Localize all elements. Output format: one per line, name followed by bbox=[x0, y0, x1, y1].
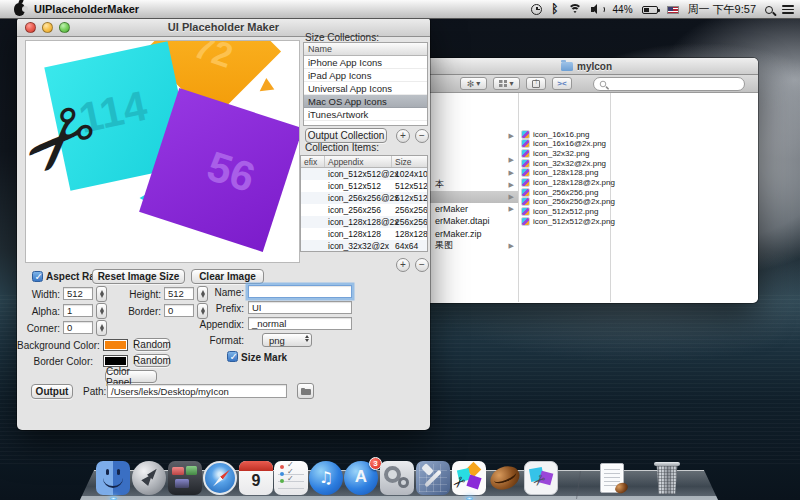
finder-file-row[interactable]: icon_128x128@2x.png bbox=[521, 178, 609, 188]
close-button[interactable] bbox=[25, 22, 36, 33]
size-mark-checkbox[interactable] bbox=[227, 351, 238, 362]
dock-screenshot-tool-icon[interactable]: ✂ bbox=[524, 461, 558, 495]
dock-calendar-icon[interactable]: 9 bbox=[239, 461, 273, 495]
finder-file-row[interactable]: icon_256x256@2x.png bbox=[521, 197, 609, 207]
prefix-field[interactable]: UI bbox=[248, 301, 352, 314]
corner-field[interactable]: 0 bbox=[63, 321, 93, 334]
size-collection-row[interactable]: Universal App Icons bbox=[304, 82, 427, 95]
finder-file-row[interactable]: icon_32x32@2x.png bbox=[521, 158, 609, 168]
finder-sidebar-row[interactable]: ▶ bbox=[415, 130, 518, 142]
battery-icon[interactable] bbox=[642, 0, 658, 19]
collection-item-row[interactable]: icon_512x512512x512 bbox=[301, 180, 427, 192]
notification-center-icon[interactable] bbox=[782, 0, 794, 19]
appendix-column-header[interactable]: Appendix bbox=[325, 156, 392, 167]
finder-titlebar[interactable]: myIcon bbox=[415, 58, 758, 75]
dock-xcode-icon[interactable] bbox=[416, 461, 450, 495]
collection-item-row[interactable]: icon_512x512@2x1024x1024 bbox=[301, 168, 427, 180]
finder-sidebar-row[interactable] bbox=[415, 142, 518, 154]
collection-items-table[interactable]: efix Appendix Size icon_512x512@2x1024x1… bbox=[300, 155, 428, 252]
app-window[interactable]: UI Placeholder Maker 72 114 56 ✂ Size Co… bbox=[17, 17, 430, 430]
dock-system-preferences-icon[interactable] bbox=[380, 461, 414, 495]
name-field[interactable] bbox=[248, 285, 352, 298]
name-column-header[interactable]: Name bbox=[304, 43, 427, 56]
apple-menu-icon[interactable] bbox=[14, 3, 25, 16]
size-collection-row[interactable]: iPad App Icons bbox=[304, 69, 427, 82]
finder-file-row[interactable]: icon_16x16@2x.png bbox=[521, 139, 609, 149]
add-item-button[interactable]: + bbox=[396, 258, 410, 272]
prefix-column-header[interactable]: efix bbox=[301, 156, 325, 167]
collection-item-row[interactable]: icon_256x256256x256 bbox=[301, 204, 427, 216]
dock-bean-icon[interactable] bbox=[488, 461, 522, 495]
bluetooth-menu-icon[interactable]: ᛒ bbox=[551, 0, 558, 19]
finder-sidebar-row[interactable]: 果图▶ bbox=[415, 240, 518, 252]
minimize-button[interactable] bbox=[42, 22, 53, 33]
add-collection-button[interactable]: + bbox=[396, 129, 410, 143]
battery-percentage[interactable]: 44% bbox=[613, 0, 633, 19]
dock-app-store-icon[interactable]: A3 bbox=[344, 461, 378, 495]
alpha-stepper[interactable] bbox=[96, 303, 107, 319]
size-column-header[interactable]: Size bbox=[392, 156, 427, 167]
finder-file-row[interactable]: icon_128x128.png bbox=[521, 168, 609, 178]
action-gear-button[interactable]: ✻▾ bbox=[460, 77, 487, 90]
finder-sidebar-row[interactable]: erMaker.zip bbox=[415, 228, 518, 240]
finder-window[interactable]: myIcon ✻▾ ▾ >< ▶▶▶本▶▶erMaker▶erMaker.dta… bbox=[415, 58, 758, 303]
time-machine-menu-icon[interactable] bbox=[531, 0, 542, 19]
output-collection-button[interactable]: Output Collection bbox=[305, 128, 387, 143]
finder-file-row[interactable]: icon_256x256.png bbox=[521, 187, 609, 197]
collection-item-row[interactable]: icon_128x128128x128 bbox=[301, 228, 427, 240]
finder-file-row[interactable]: icon_512x512.png bbox=[521, 207, 609, 217]
wifi-menu-icon[interactable] bbox=[568, 0, 582, 19]
alpha-field[interactable]: 1 bbox=[63, 304, 93, 317]
input-source-flag-icon[interactable] bbox=[667, 0, 679, 19]
size-collection-row[interactable]: iPhone App Icons bbox=[304, 56, 427, 69]
output-button[interactable]: Output bbox=[31, 384, 73, 399]
browse-folder-button[interactable] bbox=[297, 383, 314, 399]
color-panel-button[interactable]: Color Panel bbox=[105, 370, 157, 383]
collection-item-row[interactable]: icon_128x128@2x256x256 bbox=[301, 216, 427, 228]
dock-documents-stack-icon[interactable] bbox=[595, 461, 629, 495]
dock-launchpad-icon[interactable] bbox=[132, 461, 166, 495]
reset-image-size-button[interactable]: Reset Image Size bbox=[92, 269, 185, 284]
active-app-menu[interactable]: UIPlaceholderMaker bbox=[34, 3, 139, 15]
aspect-ratio-checkbox[interactable] bbox=[32, 271, 43, 282]
collection-items-header[interactable]: efix Appendix Size bbox=[301, 156, 427, 168]
collection-item-row[interactable]: icon_256x256@2x512x512 bbox=[301, 192, 427, 204]
spotlight-icon[interactable] bbox=[765, 0, 773, 19]
background-random-button[interactable]: Random bbox=[134, 338, 170, 351]
format-popup[interactable]: png bbox=[262, 333, 312, 347]
remove-collection-button[interactable]: − bbox=[415, 129, 429, 143]
collection-item-row[interactable]: icon_32x32@2x64x64 bbox=[301, 240, 427, 252]
size-collection-row[interactable]: Mac OS App Icons bbox=[304, 95, 427, 108]
finder-file-row[interactable]: icon_16x16.png bbox=[521, 129, 609, 139]
path-field[interactable]: /Users/leks/Desktop/myIcon bbox=[107, 384, 287, 398]
height-stepper[interactable] bbox=[197, 286, 208, 302]
finder-file-row[interactable]: icon_512x512@2x.png bbox=[521, 216, 609, 226]
width-field[interactable]: 512 bbox=[63, 287, 93, 300]
share-button[interactable] bbox=[526, 77, 546, 90]
appendix-field[interactable]: _normal bbox=[248, 317, 352, 330]
finder-sidebar-row[interactable]: ▶ bbox=[415, 167, 518, 179]
dock-finder-icon[interactable] bbox=[96, 461, 130, 495]
image-preview[interactable]: 72 114 56 ✂ bbox=[25, 40, 300, 263]
column-divider[interactable] bbox=[518, 93, 519, 302]
corner-stepper[interactable] bbox=[96, 320, 107, 336]
finder-search-field[interactable] bbox=[593, 77, 745, 91]
border-field[interactable]: 0 bbox=[164, 304, 194, 317]
finder-file-row[interactable]: icon_32x32.png bbox=[521, 148, 609, 158]
clear-image-button[interactable]: Clear Image bbox=[191, 269, 264, 284]
height-field[interactable]: 512 bbox=[164, 287, 194, 300]
view-options-button[interactable]: ▾ bbox=[493, 77, 520, 90]
remove-item-button[interactable]: − bbox=[415, 258, 429, 272]
size-collection-row[interactable]: iTunesArtwork bbox=[304, 108, 427, 121]
finder-sidebar-row[interactable]: ▶ bbox=[415, 191, 518, 203]
arrange-button[interactable]: >< bbox=[552, 77, 572, 90]
dock-mission-control-icon[interactable] bbox=[168, 461, 202, 495]
dock-safari-icon[interactable] bbox=[203, 461, 237, 495]
dock-ui-placeholder-maker-icon[interactable]: ✂ bbox=[452, 461, 486, 495]
finder-sidebar-row[interactable]: 本▶ bbox=[415, 179, 518, 191]
dock-reminders-icon[interactable]: ✓✓✓ bbox=[274, 461, 308, 495]
volume-menu-icon[interactable] bbox=[591, 0, 604, 19]
dock-itunes-icon[interactable]: ♫ bbox=[309, 461, 343, 495]
menu-clock[interactable]: 周一 下午9:57 bbox=[688, 0, 756, 19]
finder-sidebar-row[interactable]: erMaker.dtapi bbox=[415, 215, 518, 227]
